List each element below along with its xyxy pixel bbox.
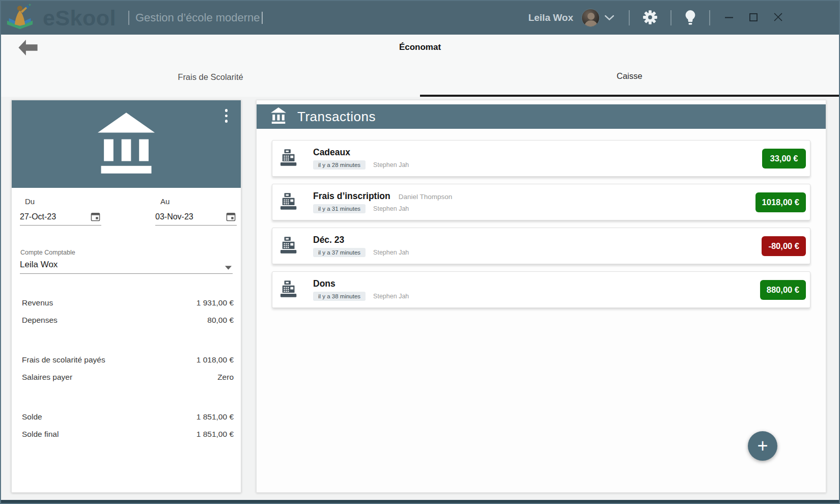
summary-label: Depenses bbox=[22, 316, 58, 325]
transactions-header: Transactions bbox=[257, 104, 826, 129]
transaction-author: Stephen Jah bbox=[373, 161, 409, 169]
titlebar: eSkool Gestion d’école moderne Leila Wox bbox=[1, 1, 839, 35]
date-to-field: Au 03-Nov-23 bbox=[155, 197, 237, 226]
titlebar-divider bbox=[670, 10, 671, 25]
date-to-value[interactable]: 03-Nov-23 bbox=[155, 212, 222, 221]
account-select-value[interactable]: Leila Wox bbox=[20, 260, 221, 270]
text-cursor bbox=[262, 12, 263, 24]
transaction-time-badge: il y a 28 minutes bbox=[313, 160, 366, 170]
transaction-author: Stephen Jah bbox=[373, 205, 409, 212]
transaction-info: Dons il y a 38 minutes Stephen Jah bbox=[313, 278, 409, 301]
summary-value: 1 851,00 € bbox=[197, 430, 234, 439]
transaction-row[interactable]: Cadeaux il y a 28 minutes Stephen Jah 33… bbox=[272, 140, 810, 177]
calendar-icon[interactable] bbox=[226, 212, 236, 221]
summary-label: Salaires payer bbox=[22, 373, 72, 382]
titlebar-right: Leila Wox bbox=[528, 7, 791, 29]
transactions-list: Cadeaux il y a 28 minutes Stephen Jah 33… bbox=[257, 129, 826, 315]
maximize-icon bbox=[749, 13, 758, 23]
account-summary: Revenus 1 931,00 € Depenses 80,00 € Frai… bbox=[22, 294, 234, 465]
close-button[interactable] bbox=[773, 7, 783, 29]
calendar-icon[interactable] bbox=[91, 212, 100, 221]
transaction-time-badge: il y a 31 minutes bbox=[313, 204, 366, 213]
date-to-input[interactable]: 03-Nov-23 bbox=[155, 207, 237, 226]
back-button[interactable] bbox=[18, 40, 38, 57]
bank-icon bbox=[98, 113, 155, 176]
transaction-title: Frais d’inscription bbox=[313, 191, 390, 202]
date-to-label: Au bbox=[160, 197, 237, 206]
tab-frais-de-scolarite[interactable]: Frais de Scolarité bbox=[1, 60, 420, 97]
transaction-amount-badge: 880,00 € bbox=[760, 280, 806, 300]
arrow-left-icon bbox=[18, 40, 38, 57]
transactions-panel: Transactions bbox=[256, 100, 826, 493]
transaction-amount-badge: -80,00 € bbox=[762, 236, 806, 256]
date-from-label: Du bbox=[25, 197, 101, 206]
avatar[interactable] bbox=[581, 9, 600, 27]
date-from-input[interactable]: 27-Oct-23 bbox=[20, 207, 101, 226]
transaction-amount-badge: 33,00 € bbox=[762, 149, 806, 169]
account-select[interactable]: Leila Wox bbox=[20, 257, 233, 274]
page: Économat Frais de Scolarité Caisse bbox=[1, 35, 839, 500]
content: Du 27-Oct-23 bbox=[1, 97, 839, 500]
date-from-value[interactable]: 27-Oct-23 bbox=[20, 212, 87, 221]
transaction-author: Stephen Jah bbox=[373, 249, 409, 256]
add-transaction-button[interactable]: + bbox=[748, 431, 777, 461]
summary-value: 1 851,00 € bbox=[197, 412, 234, 422]
summary-label: Frais de scolarité payés bbox=[22, 355, 105, 365]
summary-group: Revenus 1 931,00 € Depenses 80,00 € bbox=[22, 294, 234, 329]
account-card: Du 27-Oct-23 bbox=[11, 100, 241, 493]
transaction-time-badge: il y a 38 minutes bbox=[313, 292, 366, 301]
summary-row-revenus: Revenus 1 931,00 € bbox=[22, 294, 234, 312]
summary-label: Solde bbox=[22, 412, 42, 422]
titlebar-divider bbox=[709, 10, 710, 25]
kebab-menu-icon[interactable] bbox=[223, 107, 230, 125]
minimize-icon bbox=[724, 13, 734, 23]
gear-icon bbox=[642, 10, 658, 26]
transaction-info: Cadeaux il y a 28 minutes Stephen Jah bbox=[313, 147, 409, 170]
account-card-header bbox=[12, 100, 241, 188]
summary-row-frais-payes: Frais de scolarité payés 1 018,00 € bbox=[22, 351, 234, 369]
summary-value: 1 931,00 € bbox=[197, 298, 234, 307]
cash-register-icon bbox=[280, 193, 299, 212]
summary-row-salaires: Salaires payer Zero bbox=[22, 369, 234, 386]
cash-register-icon bbox=[280, 149, 299, 168]
titlebar-separator bbox=[128, 11, 129, 25]
tab-caisse[interactable]: Caisse bbox=[420, 60, 839, 97]
close-icon bbox=[773, 12, 783, 23]
transaction-row[interactable]: Déc. 23 il y a 37 minutes Stephen Jah -8… bbox=[272, 228, 810, 264]
summary-row-solde-final: Solde final 1 851,00 € bbox=[22, 426, 234, 443]
dropdown-arrow-icon[interactable] bbox=[225, 266, 232, 270]
titlebar-divider bbox=[629, 10, 630, 25]
summary-value: 80,00 € bbox=[207, 316, 234, 325]
minimize-button[interactable] bbox=[724, 7, 734, 29]
summary-group: Frais de scolarité payés 1 018,00 € Sala… bbox=[22, 351, 234, 386]
summary-group: Solde 1 851,00 € Solde final 1 851,00 € bbox=[22, 408, 234, 443]
transaction-title: Déc. 23 bbox=[313, 235, 344, 245]
date-range: Du 27-Oct-23 bbox=[12, 188, 241, 226]
summary-row-depenses: Depenses 80,00 € bbox=[22, 312, 234, 329]
transaction-author: Stephen Jah bbox=[373, 293, 409, 300]
summary-label: Solde final bbox=[22, 430, 59, 439]
transaction-title: Dons bbox=[313, 278, 335, 289]
summary-value: 1 018,00 € bbox=[197, 355, 234, 365]
account-select-label: Compte Comptable bbox=[20, 249, 233, 256]
cash-register-icon bbox=[280, 237, 299, 256]
summary-row-solde: Solde 1 851,00 € bbox=[22, 408, 234, 426]
user-name: Leila Wox bbox=[528, 12, 573, 23]
settings-button[interactable] bbox=[642, 7, 658, 29]
transactions-title: Transactions bbox=[297, 109, 376, 125]
page-title: Économat bbox=[1, 35, 839, 60]
summary-value: Zero bbox=[217, 373, 234, 382]
cash-register-icon bbox=[280, 281, 299, 299]
app-name: eSkool bbox=[43, 6, 116, 31]
transaction-row[interactable]: Dons il y a 38 minutes Stephen Jah 880,0… bbox=[272, 271, 810, 308]
maximize-button[interactable] bbox=[749, 7, 758, 29]
app-tagline: Gestion d’école moderne bbox=[135, 11, 260, 24]
app-logo-icon bbox=[5, 4, 35, 33]
transaction-row[interactable]: Frais d’inscription Daniel Thompson il y… bbox=[272, 184, 810, 220]
transaction-time-badge: il y a 37 minutes bbox=[313, 248, 366, 257]
theme-button[interactable] bbox=[684, 7, 696, 29]
window-bottom-edge bbox=[1, 500, 839, 503]
app-window: eSkool Gestion d’école moderne Leila Wox bbox=[0, 0, 840, 504]
chevron-down-icon[interactable] bbox=[605, 15, 614, 20]
transaction-subtitle: Daniel Thompson bbox=[399, 193, 453, 201]
